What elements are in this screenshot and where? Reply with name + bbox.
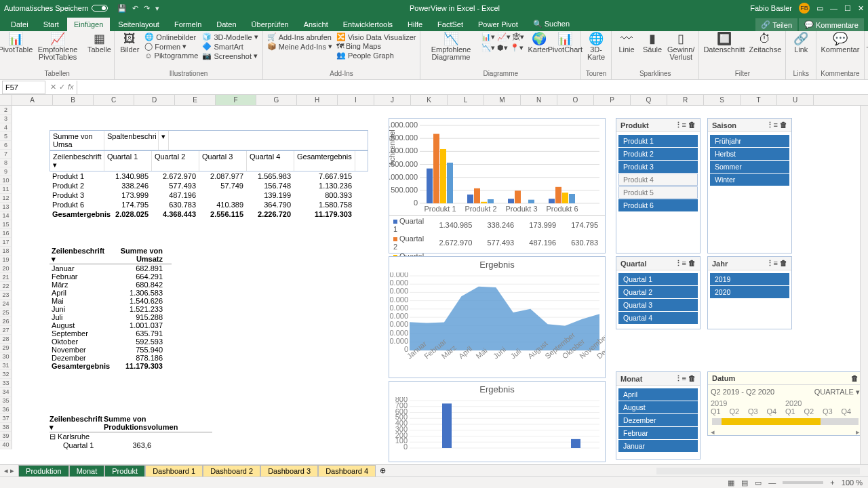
zoom-slider[interactable]	[783, 481, 823, 484]
recommended-pivot-button[interactable]: 📈Empfohlene PivotTables	[31, 33, 85, 62]
pivot-production[interactable]: Zeilenbeschrift ▾Summe von Produktionsvo…	[50, 415, 212, 449]
sparkline-line-button[interactable]: 〰Linie	[616, 33, 637, 54]
pivotchart-button[interactable]: 📊PivotChart	[554, 33, 576, 54]
slicer-jahr[interactable]: Jahr⋮≡ 🗑20192020	[707, 256, 792, 329]
shapes-button[interactable]: ◯Formen ▾	[144, 42, 198, 51]
maps-button[interactable]: 🌍Karten	[528, 33, 550, 54]
smartart-button[interactable]: 🔷SmartArt	[202, 42, 258, 51]
tab-factset[interactable]: FactSet	[431, 18, 470, 31]
close-icon[interactable]: ✕	[858, 4, 864, 13]
minimize-icon[interactable]: —	[830, 4, 837, 12]
svg-rect-18	[447, 163, 453, 203]
svg-rect-21	[474, 188, 480, 203]
tab-start[interactable]: Start	[37, 18, 66, 31]
slicer-produkt[interactable]: Produkt⋮≡ 🗑Produkt 1Produkt 2Produkt 3Pr…	[616, 118, 701, 253]
fx-icon[interactable]: fx	[68, 83, 74, 92]
sparkline-winloss-button[interactable]: ▯Gewinn/ Verlust	[667, 33, 694, 62]
slicer-quartal[interactable]: Quartal⋮≡ 🗑Quartal 1Quartal 2Quartal 3Qu…	[616, 256, 701, 329]
slicer-button[interactable]: 🔲Datenschnitt	[703, 33, 745, 54]
link-button[interactable]: 🔗Link	[790, 33, 812, 54]
tab-seitenlayout[interactable]: Seitenlayout	[111, 18, 166, 31]
user-name: Fabio Basler	[750, 4, 792, 12]
pivot-months[interactable]: Zeilenbeschrift ▾Summe von Umsatz Januar…	[50, 247, 172, 370]
sheet-tab[interactable]: Dashboard 1	[145, 465, 203, 476]
comments-button[interactable]: 💬Kommentare	[799, 18, 864, 31]
enter-formula-icon[interactable]: ✓	[59, 83, 65, 92]
tab-daten[interactable]: Daten	[210, 18, 243, 31]
timeline-button[interactable]: ⏱Zeitachse	[749, 33, 782, 54]
svg-rect-92	[571, 439, 580, 448]
user-avatar[interactable]: FB	[799, 3, 810, 14]
svg-rect-26	[515, 190, 521, 203]
vertical-scrollbar[interactable]	[860, 106, 868, 473]
chart-by-product[interactable]: Achsentitel0500.0001.000.0001.500.0002.0…	[389, 118, 606, 253]
table-button[interactable]: ▦Tabelle	[88, 33, 110, 54]
sheet-tab[interactable]: Dashboard 2	[203, 465, 260, 476]
comment-button[interactable]: 💬Kommentar	[821, 33, 859, 54]
view-layout-icon[interactable]: ▤	[741, 479, 748, 487]
autosave-toggle[interactable]: Automatisches Speichern	[4, 4, 108, 12]
add-sheet-button[interactable]: ⊕	[376, 466, 390, 475]
tab-hilfe[interactable]: Hilfe	[401, 18, 429, 31]
sheet-nav[interactable]: ◂ ▸	[0, 466, 18, 475]
zoom-level[interactable]: 100 %	[842, 479, 863, 487]
pivot-products[interactable]: Summe von UmsaSpaltenbeschri▾ Zeilenbesc…	[50, 130, 368, 219]
svg-text:800.000: 800.000	[389, 312, 408, 320]
slicer-saison[interactable]: Saison⋮≡ 🗑FrühjahrHerbstSommerWinter	[707, 118, 792, 253]
redo-icon: ↷	[144, 4, 150, 13]
share-button[interactable]: 🔗Teilen	[755, 18, 797, 31]
icons-button[interactable]: ☺Piktogramme	[144, 52, 198, 60]
people-button[interactable]: 👥People Graph	[336, 51, 416, 60]
tab-powerpivot[interactable]: Power Pivot	[471, 18, 525, 31]
3d-map-button[interactable]: 🌐3D- Karte	[585, 33, 607, 62]
svg-text:Produkt 3: Produkt 3	[505, 205, 537, 213]
horizontal-scrollbar[interactable]	[656, 468, 860, 474]
ribbon-display-icon[interactable]: ▭	[816, 4, 823, 13]
chart-monthly-area[interactable]: Ergebnis 0200.000400.000600.000800.0001.…	[389, 256, 606, 378]
svg-rect-25	[508, 199, 514, 203]
sheet-tab[interactable]: Monat	[69, 465, 105, 476]
chart-bottom-bar[interactable]: Ergebnis 0100200300400500600700800	[389, 381, 606, 462]
slicer-monat[interactable]: Monat⋮≡ 🗑AprilAugustDezemberFebruarJanua…	[616, 371, 701, 460]
title-bar: Automatisches Speichern 💾↶↷▾ PowerView i…	[0, 0, 868, 16]
sheet-tab[interactable]: Dashboard 4	[318, 465, 376, 476]
sheet-tab[interactable]: Produktion	[18, 465, 69, 476]
svg-rect-23	[488, 199, 494, 203]
name-box[interactable]	[2, 81, 45, 94]
tab-einfuegen[interactable]: Einfügen	[67, 18, 110, 31]
quick-access-toolbar[interactable]: 💾↶↷▾	[117, 4, 159, 13]
cancel-formula-icon[interactable]: ✕	[50, 83, 56, 92]
svg-rect-17	[440, 149, 446, 203]
visio-button[interactable]: 🔀Visio Data Visualizer	[336, 33, 416, 41]
tab-formeln[interactable]: Formeln	[167, 18, 208, 31]
tab-ansicht[interactable]: Ansicht	[297, 18, 335, 31]
screenshot-button[interactable]: 📷Screenshot ▾	[202, 52, 258, 60]
formula-input[interactable]	[77, 81, 868, 94]
svg-text:1.800.000: 1.800.000	[389, 272, 408, 279]
tab-datei[interactable]: Datei	[4, 18, 35, 31]
tab-ueberpruefen[interactable]: Überprüfen	[245, 18, 296, 31]
maximize-icon[interactable]: ☐	[844, 4, 851, 13]
sheet-tab[interactable]: Dashboard 3	[260, 465, 318, 476]
pivottable-button[interactable]: 📊PivotTable	[4, 33, 27, 54]
online-pictures-button[interactable]: 🌐Onlinebilder	[144, 33, 198, 41]
search-tab[interactable]: 🔍 Suchen	[526, 17, 576, 31]
view-pagebreak-icon[interactable]: ▭	[755, 479, 762, 487]
svg-text:Produkt 1: Produkt 1	[424, 205, 456, 213]
ribbon: 📊PivotTable 📈Empfohlene PivotTables ▦Tab…	[0, 31, 868, 80]
svg-rect-28	[528, 200, 534, 203]
worksheet[interactable]: ABCDEFGHIJKLMNOPQRSTU 234567891011121314…	[0, 95, 868, 473]
bing-button[interactable]: 🗺Bing Maps	[336, 42, 416, 50]
view-normal-icon[interactable]: ▦	[728, 479, 734, 487]
timeline-datum[interactable]: Datum🗑 Q2 2019 - Q2 2020QUARTALE ▾ 20192…	[707, 371, 863, 436]
tab-entwicklertools[interactable]: Entwicklertools	[336, 18, 399, 31]
sheet-tab[interactable]: Produkt	[104, 465, 145, 476]
3d-models-button[interactable]: 🧊3D-Modelle ▾	[202, 33, 258, 41]
recommended-charts-button[interactable]: 📉Empfohlene Diagramme	[425, 33, 477, 62]
svg-text:800: 800	[395, 397, 408, 403]
sparkline-column-button[interactable]: ▮Säule	[642, 33, 663, 54]
my-addins-button[interactable]: 📦Meine Add-Ins ▾	[267, 42, 332, 51]
get-addins-button[interactable]: 🛒Add-Ins abrufen	[267, 33, 332, 41]
svg-text:1.600.000: 1.600.000	[389, 279, 408, 287]
pictures-button[interactable]: 🖼Bilder	[119, 33, 140, 54]
